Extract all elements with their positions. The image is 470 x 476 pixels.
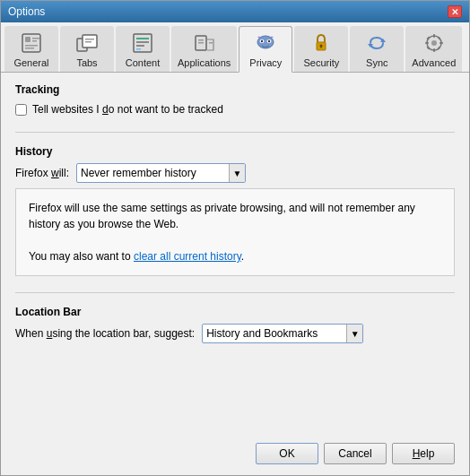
sync-icon [364, 30, 389, 56]
location-bar-title: Location Bar [15, 306, 455, 318]
history-dropdown[interactable]: Never remember history Remember history … [81, 167, 229, 179]
tab-general[interactable]: General [4, 26, 58, 72]
cancel-button[interactable]: Cancel [324, 443, 387, 464]
tab-sync-label: Sync [366, 57, 387, 68]
help-button[interactable]: Help [392, 443, 455, 464]
svg-rect-31 [433, 34, 435, 38]
svg-rect-0 [22, 34, 40, 52]
svg-rect-5 [25, 48, 34, 49]
svg-rect-16 [198, 39, 204, 41]
svg-rect-17 [198, 42, 204, 44]
history-select-box[interactable]: Never remember history Remember history … [76, 163, 246, 183]
location-dropdown-arrow[interactable]: ▼ [346, 325, 362, 342]
tab-applications[interactable]: Applications [171, 26, 237, 72]
svg-rect-13 [136, 45, 144, 47]
svg-point-23 [268, 40, 270, 42]
window-title: Options [8, 5, 45, 18]
clear-history-link[interactable]: clear all current history [134, 250, 241, 263]
svg-rect-32 [433, 48, 435, 52]
privacy-icon [253, 30, 278, 56]
general-icon [19, 30, 44, 56]
tabs-icon [74, 30, 100, 56]
tab-advanced[interactable]: Advanced [405, 26, 462, 72]
svg-rect-4 [25, 45, 38, 47]
history-info-box: Firefox will use the same settings as pr… [15, 188, 455, 276]
history-section: History Firefox will: Never remember his… [15, 145, 455, 280]
advanced-icon [422, 30, 447, 56]
svg-rect-3 [32, 40, 37, 42]
tracking-label: Tell websites I do not want to be tracke… [32, 103, 223, 116]
clear-history-prefix: You may also want to [29, 250, 134, 263]
clear-history-suffix: . [241, 250, 244, 263]
tracking-section: Tracking Tell websites I do not want to … [15, 83, 455, 119]
options-window: Options ✕ General [0, 0, 470, 476]
location-select-box[interactable]: History and Bookmarks History Bookmarks … [202, 324, 363, 343]
svg-point-30 [431, 40, 437, 46]
svg-rect-33 [425, 42, 429, 44]
tracking-checkbox-row: Tell websites I do not want to be tracke… [15, 100, 455, 119]
history-info-text: Firefox will use the same settings as pr… [29, 202, 415, 230]
svg-point-22 [261, 40, 263, 42]
tab-tabs[interactable]: Tabs [60, 26, 114, 72]
tab-security-label: Security [303, 57, 339, 68]
svg-rect-1 [25, 37, 30, 42]
svg-rect-8 [85, 39, 94, 40]
svg-rect-18 [209, 42, 213, 44]
ok-button[interactable]: OK [256, 443, 318, 464]
tabs-bar: General Tabs [1, 22, 469, 73]
svg-rect-34 [440, 42, 443, 44]
history-dropdown-arrow[interactable]: ▼ [229, 164, 245, 182]
divider-2 [15, 292, 455, 293]
tracking-title: Tracking [15, 83, 455, 96]
location-bar-row: When using the location bar, suggest: Hi… [15, 322, 455, 345]
divider-1 [15, 132, 455, 133]
tracking-checkbox[interactable] [15, 104, 27, 116]
security-icon [309, 30, 334, 56]
location-dropdown[interactable]: History and Bookmarks History Bookmarks … [206, 327, 346, 340]
tab-security[interactable]: Security [294, 26, 348, 72]
tab-content-label: Content [126, 57, 161, 68]
tab-privacy-label: Privacy [249, 57, 282, 68]
svg-rect-2 [32, 38, 39, 39]
history-title: History [15, 145, 455, 158]
title-bar: Options ✕ [1, 1, 469, 22]
svg-rect-26 [321, 46, 322, 48]
tab-content[interactable]: Content [116, 26, 170, 72]
footer-buttons: OK Cancel Help [1, 436, 469, 475]
history-dropdown-row: Firefox will: Never remember history Rem… [15, 161, 455, 185]
tab-tabs-label: Tabs [76, 57, 97, 68]
content-icon [130, 30, 155, 56]
firefox-will-label: Firefox will: [15, 167, 69, 179]
applications-icon [192, 30, 217, 56]
tab-general-label: General [13, 57, 48, 68]
main-content: Tracking Tell websites I do not want to … [1, 73, 469, 436]
location-bar-section: Location Bar When using the location bar… [15, 306, 455, 345]
svg-rect-12 [136, 41, 149, 43]
svg-rect-11 [136, 38, 149, 39]
tab-privacy[interactable]: Privacy [239, 26, 292, 73]
suggest-label: When using the location bar, suggest: [15, 327, 195, 340]
tab-applications-label: Applications [178, 57, 231, 68]
close-button[interactable]: ✕ [448, 5, 462, 18]
svg-rect-14 [136, 48, 141, 50]
svg-rect-9 [85, 41, 91, 43]
tab-advanced-label: Advanced [412, 57, 456, 68]
tab-sync[interactable]: Sync [350, 26, 404, 72]
